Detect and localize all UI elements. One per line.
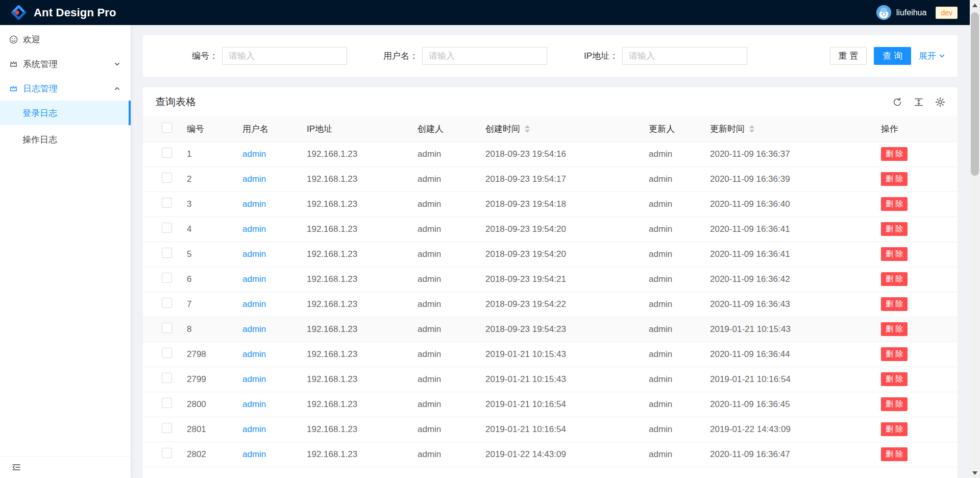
scrollbar-thumb[interactable] bbox=[971, 12, 979, 176]
username-link[interactable]: admin bbox=[242, 424, 266, 434]
sidebar-collapse-button[interactable] bbox=[0, 456, 131, 478]
row-checkbox[interactable] bbox=[162, 148, 172, 158]
field-ip: IP地址： bbox=[555, 47, 747, 65]
sidebar-item-operation-log[interactable]: 操作日志 bbox=[0, 127, 131, 152]
cell-creator: admin bbox=[409, 342, 477, 367]
column-header-username: 用户名 bbox=[234, 116, 299, 141]
scrollbar-up-icon[interactable] bbox=[970, 0, 980, 10]
app-logo[interactable]: Ant Design Pro bbox=[10, 4, 116, 21]
username-link[interactable]: admin bbox=[242, 224, 266, 234]
row-checkbox[interactable] bbox=[162, 248, 172, 258]
username-link[interactable]: admin bbox=[242, 299, 266, 309]
sidebar-item-welcome[interactable]: 欢迎 bbox=[0, 29, 131, 50]
sort-carets-icon[interactable] bbox=[525, 125, 530, 133]
density-icon[interactable] bbox=[914, 97, 924, 107]
username-link[interactable]: admin bbox=[242, 174, 266, 184]
cell-updater: admin bbox=[641, 367, 702, 392]
cell-id: 8 bbox=[179, 317, 234, 342]
delete-button[interactable]: 删 除 bbox=[881, 147, 908, 161]
row-checkbox[interactable] bbox=[162, 223, 172, 233]
username-link[interactable]: admin bbox=[242, 249, 266, 259]
delete-button[interactable]: 删 除 bbox=[881, 172, 908, 186]
cell-updater: admin bbox=[641, 166, 702, 192]
delete-button[interactable]: 删 除 bbox=[881, 197, 908, 211]
delete-button[interactable]: 删 除 bbox=[881, 347, 908, 361]
select-all-checkbox[interactable] bbox=[162, 123, 172, 133]
id-field[interactable] bbox=[222, 47, 347, 65]
cell-id: 2798 bbox=[179, 342, 234, 367]
table-row: 2798 admin 192.168.1.23 admin 2019-01-21… bbox=[143, 342, 958, 367]
username-link[interactable]: admin bbox=[242, 199, 266, 209]
user-avatar[interactable] bbox=[876, 5, 891, 20]
main-content: 编号： 用户名： IP地址： 重 置 查 询 展开 查询表格 bbox=[131, 25, 970, 478]
reset-button[interactable]: 重 置 bbox=[830, 47, 867, 65]
ip-field[interactable] bbox=[622, 47, 747, 65]
delete-button[interactable]: 删 除 bbox=[881, 247, 908, 261]
row-checkbox[interactable] bbox=[162, 423, 172, 433]
username-link[interactable]: admin bbox=[242, 374, 266, 384]
username-link[interactable]: admin bbox=[242, 449, 266, 459]
delete-button[interactable]: 删 除 bbox=[881, 322, 908, 336]
row-checkbox[interactable] bbox=[162, 448, 172, 458]
row-checkbox[interactable] bbox=[162, 198, 172, 208]
delete-button[interactable]: 删 除 bbox=[881, 297, 908, 311]
column-header-action: 操作 bbox=[873, 116, 958, 141]
delete-button[interactable]: 删 除 bbox=[881, 397, 908, 411]
expand-button[interactable]: 展开 bbox=[919, 50, 945, 62]
table-row: 1 admin 192.168.1.23 admin 2018-09-23 19… bbox=[143, 141, 958, 166]
username-link[interactable]: admin bbox=[242, 149, 266, 159]
username-link[interactable]: admin bbox=[242, 399, 266, 409]
smile-icon bbox=[9, 35, 18, 44]
delete-button[interactable]: 删 除 bbox=[881, 222, 908, 236]
cell-created-time: 2018-09-23 19:54:16 bbox=[477, 141, 641, 166]
username-field[interactable] bbox=[422, 47, 547, 65]
row-checkbox[interactable] bbox=[162, 298, 172, 308]
sort-carets-icon[interactable] bbox=[749, 125, 754, 133]
username[interactable]: liufeihua bbox=[896, 8, 927, 17]
username-link[interactable]: admin bbox=[242, 274, 266, 284]
row-checkbox[interactable] bbox=[162, 273, 172, 283]
cell-created-time: 2018-09-23 19:54:20 bbox=[477, 217, 641, 242]
cell-updater: admin bbox=[641, 417, 702, 442]
username-link[interactable]: admin bbox=[242, 324, 266, 334]
ant-design-logo-icon bbox=[10, 4, 27, 21]
row-checkbox[interactable] bbox=[162, 373, 172, 383]
scrollbar-down-icon[interactable] bbox=[970, 468, 980, 478]
sidebar-item-system-management[interactable]: 系统管理 bbox=[0, 54, 131, 74]
field-id: 编号： bbox=[155, 47, 347, 65]
cell-ip: 192.168.1.23 bbox=[299, 217, 409, 242]
column-header-updated-time[interactable]: 更新时间 bbox=[702, 116, 873, 141]
row-checkbox[interactable] bbox=[162, 398, 172, 408]
reload-icon[interactable] bbox=[892, 97, 902, 107]
settings-gear-icon[interactable] bbox=[935, 97, 945, 107]
delete-button[interactable]: 删 除 bbox=[881, 447, 908, 461]
cell-updated-time: 2020-11-09 16:36:37 bbox=[702, 141, 873, 166]
cell-creator: admin bbox=[409, 292, 477, 317]
id-field-label: 编号： bbox=[155, 50, 222, 62]
query-button[interactable]: 查 询 bbox=[874, 47, 911, 65]
chevron-up-icon bbox=[114, 85, 120, 92]
username-link[interactable]: admin bbox=[242, 349, 266, 359]
page-scrollbar[interactable] bbox=[970, 0, 980, 478]
table-row: 2801 admin 192.168.1.23 admin 2019-01-21… bbox=[143, 417, 958, 442]
row-checkbox[interactable] bbox=[162, 323, 172, 333]
cell-created-time: 2019-01-21 10:15:43 bbox=[477, 342, 641, 367]
expand-label: 展开 bbox=[919, 50, 936, 62]
cell-creator: admin bbox=[409, 166, 477, 192]
cell-created-time: 2019-01-22 14:43:09 bbox=[477, 442, 641, 467]
cell-creator: admin bbox=[409, 267, 477, 292]
sidebar-item-label: 欢迎 bbox=[23, 34, 40, 45]
column-header-created-time[interactable]: 创建时间 bbox=[477, 116, 641, 141]
row-checkbox[interactable] bbox=[162, 348, 172, 358]
table-row: 7 admin 192.168.1.23 admin 2018-09-23 19… bbox=[143, 292, 958, 317]
delete-button[interactable]: 删 除 bbox=[881, 272, 908, 286]
cell-updated-time: 2020-11-09 16:36:41 bbox=[702, 242, 873, 267]
delete-button[interactable]: 删 除 bbox=[881, 422, 908, 436]
cell-created-time: 2018-09-23 19:54:23 bbox=[477, 317, 641, 342]
column-header-ip: IP地址 bbox=[299, 116, 409, 141]
delete-button[interactable]: 删 除 bbox=[881, 372, 908, 386]
sidebar-item-login-log[interactable]: 登录日志 bbox=[0, 101, 131, 125]
sidebar-item-log-management[interactable]: 日志管理 bbox=[0, 78, 131, 99]
cell-updater: admin bbox=[641, 317, 702, 342]
row-checkbox[interactable] bbox=[162, 173, 172, 183]
